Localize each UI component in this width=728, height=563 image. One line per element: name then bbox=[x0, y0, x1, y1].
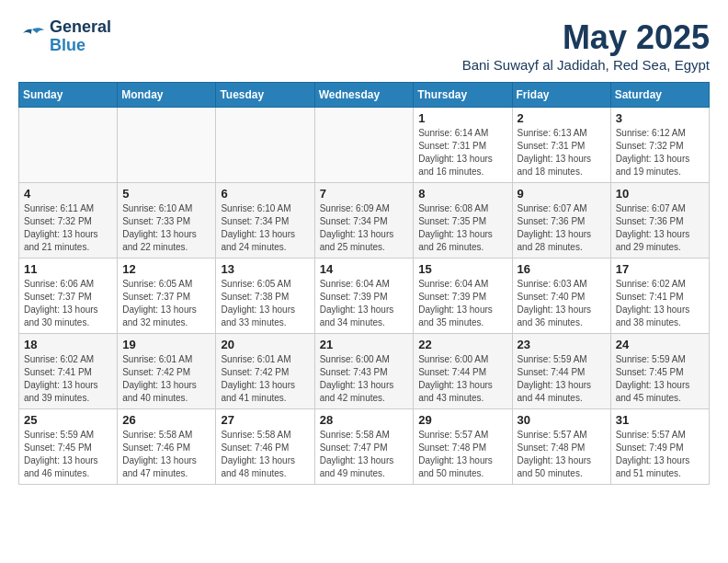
calendar-cell bbox=[118, 108, 216, 183]
weekday-header: Tuesday bbox=[216, 83, 314, 108]
day-info: Sunrise: 6:11 AM Sunset: 7:32 PM Dayligh… bbox=[24, 202, 112, 254]
day-info: Sunrise: 5:58 AM Sunset: 7:46 PM Dayligh… bbox=[221, 429, 309, 480]
day-number: 7 bbox=[320, 187, 409, 201]
calendar-cell bbox=[19, 108, 118, 183]
day-info: Sunrise: 5:59 AM Sunset: 7:44 PM Dayligh… bbox=[518, 353, 606, 405]
calendar-cell: 22Sunrise: 6:00 AM Sunset: 7:44 PM Dayli… bbox=[414, 334, 512, 409]
day-info: Sunrise: 6:04 AM Sunset: 7:39 PM Dayligh… bbox=[418, 278, 506, 329]
calendar-cell: 16Sunrise: 6:03 AM Sunset: 7:40 PM Dayli… bbox=[512, 259, 610, 334]
calendar-cell: 31Sunrise: 5:57 AM Sunset: 7:49 PM Dayli… bbox=[610, 409, 709, 485]
day-number: 30 bbox=[518, 413, 606, 427]
calendar-week-row: 18Sunrise: 6:02 AM Sunset: 7:41 PM Dayli… bbox=[19, 334, 710, 409]
day-info: Sunrise: 5:58 AM Sunset: 7:47 PM Dayligh… bbox=[320, 429, 409, 480]
day-number: 23 bbox=[518, 338, 606, 351]
day-number: 28 bbox=[320, 413, 409, 427]
calendar-cell: 4Sunrise: 6:11 AM Sunset: 7:32 PM Daylig… bbox=[19, 183, 118, 259]
calendar-cell: 6Sunrise: 6:10 AM Sunset: 7:34 PM Daylig… bbox=[216, 183, 314, 259]
day-number: 1 bbox=[418, 111, 506, 125]
day-number: 14 bbox=[320, 262, 409, 276]
calendar-week-row: 25Sunrise: 5:59 AM Sunset: 7:45 PM Dayli… bbox=[19, 409, 710, 485]
calendar-cell: 26Sunrise: 5:58 AM Sunset: 7:46 PM Dayli… bbox=[118, 409, 216, 485]
day-number: 24 bbox=[616, 338, 704, 351]
calendar-cell: 8Sunrise: 6:08 AM Sunset: 7:35 PM Daylig… bbox=[414, 183, 512, 259]
calendar-cell: 18Sunrise: 6:02 AM Sunset: 7:41 PM Dayli… bbox=[19, 334, 118, 409]
day-number: 10 bbox=[616, 187, 704, 201]
day-info: Sunrise: 6:10 AM Sunset: 7:34 PM Dayligh… bbox=[221, 202, 309, 254]
calendar-cell: 7Sunrise: 6:09 AM Sunset: 7:34 PM Daylig… bbox=[314, 183, 414, 259]
calendar-cell: 1Sunrise: 6:14 AM Sunset: 7:31 PM Daylig… bbox=[414, 108, 512, 183]
day-info: Sunrise: 6:02 AM Sunset: 7:41 PM Dayligh… bbox=[616, 278, 704, 329]
location-subtitle: Bani Suwayf al Jadidah, Red Sea, Egypt bbox=[462, 57, 710, 73]
day-number: 6 bbox=[221, 187, 309, 201]
calendar-cell: 14Sunrise: 6:04 AM Sunset: 7:39 PM Dayli… bbox=[314, 259, 414, 334]
title-area: May 2025 Bani Suwayf al Jadidah, Red Sea… bbox=[462, 18, 710, 73]
day-number: 12 bbox=[122, 262, 210, 276]
day-number: 31 bbox=[616, 413, 704, 427]
calendar-cell: 21Sunrise: 6:00 AM Sunset: 7:43 PM Dayli… bbox=[314, 334, 414, 409]
day-info: Sunrise: 5:57 AM Sunset: 7:48 PM Dayligh… bbox=[518, 429, 606, 480]
day-number: 2 bbox=[518, 111, 606, 125]
day-info: Sunrise: 6:00 AM Sunset: 7:43 PM Dayligh… bbox=[320, 353, 409, 405]
calendar-cell: 25Sunrise: 5:59 AM Sunset: 7:45 PM Dayli… bbox=[19, 409, 118, 485]
calendar-cell: 12Sunrise: 6:05 AM Sunset: 7:37 PM Dayli… bbox=[118, 259, 216, 334]
day-info: Sunrise: 6:13 AM Sunset: 7:31 PM Dayligh… bbox=[518, 127, 606, 178]
day-info: Sunrise: 6:01 AM Sunset: 7:42 PM Dayligh… bbox=[122, 353, 210, 405]
day-info: Sunrise: 6:14 AM Sunset: 7:31 PM Dayligh… bbox=[418, 127, 506, 178]
day-info: Sunrise: 5:57 AM Sunset: 7:48 PM Dayligh… bbox=[418, 429, 506, 480]
calendar-week-row: 11Sunrise: 6:06 AM Sunset: 7:37 PM Dayli… bbox=[19, 259, 710, 334]
calendar-cell bbox=[216, 108, 314, 183]
weekday-header: Saturday bbox=[610, 83, 709, 108]
calendar-header-row: SundayMondayTuesdayWednesdayThursdayFrid… bbox=[19, 83, 710, 108]
day-number: 25 bbox=[24, 413, 112, 427]
day-info: Sunrise: 6:05 AM Sunset: 7:37 PM Dayligh… bbox=[122, 278, 210, 329]
day-number: 20 bbox=[221, 338, 309, 351]
day-info: Sunrise: 6:09 AM Sunset: 7:34 PM Dayligh… bbox=[320, 202, 409, 254]
day-number: 9 bbox=[518, 187, 606, 201]
weekday-header: Sunday bbox=[19, 83, 118, 108]
logo: General Blue bbox=[18, 18, 111, 55]
calendar-cell bbox=[314, 108, 414, 183]
day-number: 3 bbox=[616, 111, 704, 125]
logo-icon bbox=[18, 26, 46, 48]
weekday-header: Friday bbox=[512, 83, 610, 108]
day-number: 5 bbox=[122, 187, 210, 201]
day-info: Sunrise: 6:01 AM Sunset: 7:42 PM Dayligh… bbox=[221, 353, 309, 405]
day-info: Sunrise: 5:57 AM Sunset: 7:49 PM Dayligh… bbox=[616, 429, 704, 480]
day-info: Sunrise: 6:08 AM Sunset: 7:35 PM Dayligh… bbox=[418, 202, 506, 254]
day-number: 21 bbox=[320, 338, 409, 351]
calendar-cell: 15Sunrise: 6:04 AM Sunset: 7:39 PM Dayli… bbox=[414, 259, 512, 334]
day-info: Sunrise: 6:07 AM Sunset: 7:36 PM Dayligh… bbox=[518, 202, 606, 254]
day-info: Sunrise: 6:02 AM Sunset: 7:41 PM Dayligh… bbox=[24, 353, 112, 405]
day-number: 27 bbox=[221, 413, 309, 427]
day-number: 16 bbox=[518, 262, 606, 276]
day-number: 22 bbox=[418, 338, 506, 351]
calendar-table: SundayMondayTuesdayWednesdayThursdayFrid… bbox=[18, 82, 710, 485]
page-header: General Blue May 2025 Bani Suwayf al Jad… bbox=[18, 18, 710, 73]
calendar-cell: 17Sunrise: 6:02 AM Sunset: 7:41 PM Dayli… bbox=[610, 259, 709, 334]
weekday-header: Monday bbox=[118, 83, 216, 108]
calendar-cell: 23Sunrise: 5:59 AM Sunset: 7:44 PM Dayli… bbox=[512, 334, 610, 409]
day-info: Sunrise: 6:06 AM Sunset: 7:37 PM Dayligh… bbox=[24, 278, 112, 329]
weekday-header: Thursday bbox=[414, 83, 512, 108]
day-info: Sunrise: 6:03 AM Sunset: 7:40 PM Dayligh… bbox=[518, 278, 606, 329]
day-info: Sunrise: 6:00 AM Sunset: 7:44 PM Dayligh… bbox=[418, 353, 506, 405]
day-number: 18 bbox=[24, 338, 112, 351]
day-info: Sunrise: 6:07 AM Sunset: 7:36 PM Dayligh… bbox=[616, 202, 704, 254]
calendar-cell: 10Sunrise: 6:07 AM Sunset: 7:36 PM Dayli… bbox=[610, 183, 709, 259]
calendar-week-row: 1Sunrise: 6:14 AM Sunset: 7:31 PM Daylig… bbox=[19, 108, 710, 183]
logo-text: General Blue bbox=[50, 18, 111, 55]
calendar-cell: 13Sunrise: 6:05 AM Sunset: 7:38 PM Dayli… bbox=[216, 259, 314, 334]
day-number: 11 bbox=[24, 262, 112, 276]
day-number: 13 bbox=[221, 262, 309, 276]
calendar-cell: 5Sunrise: 6:10 AM Sunset: 7:33 PM Daylig… bbox=[118, 183, 216, 259]
day-number: 4 bbox=[24, 187, 112, 201]
day-info: Sunrise: 6:10 AM Sunset: 7:33 PM Dayligh… bbox=[122, 202, 210, 254]
calendar-cell: 9Sunrise: 6:07 AM Sunset: 7:36 PM Daylig… bbox=[512, 183, 610, 259]
calendar-cell: 24Sunrise: 5:59 AM Sunset: 7:45 PM Dayli… bbox=[610, 334, 709, 409]
day-info: Sunrise: 6:04 AM Sunset: 7:39 PM Dayligh… bbox=[320, 278, 409, 329]
day-number: 19 bbox=[122, 338, 210, 351]
day-info: Sunrise: 5:59 AM Sunset: 7:45 PM Dayligh… bbox=[616, 353, 704, 405]
day-info: Sunrise: 6:05 AM Sunset: 7:38 PM Dayligh… bbox=[221, 278, 309, 329]
calendar-week-row: 4Sunrise: 6:11 AM Sunset: 7:32 PM Daylig… bbox=[19, 183, 710, 259]
day-number: 26 bbox=[122, 413, 210, 427]
